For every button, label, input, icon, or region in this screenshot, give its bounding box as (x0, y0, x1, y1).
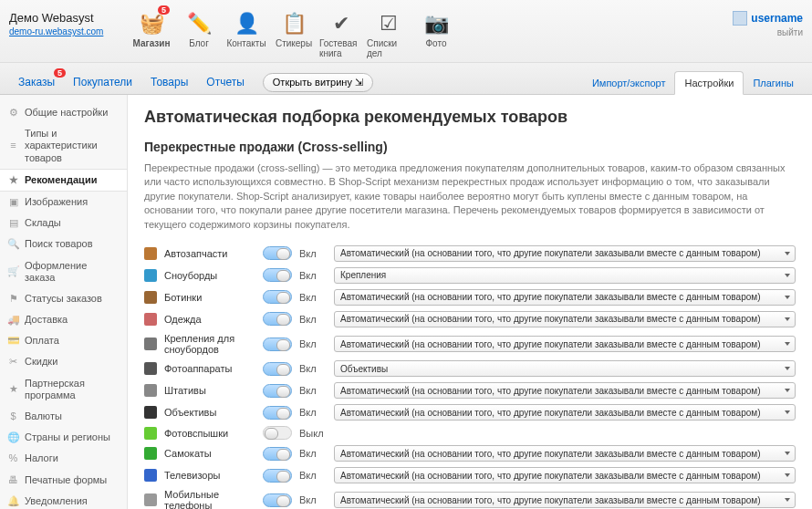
toggle-label: Вкл (299, 248, 327, 259)
rtab-2[interactable]: Плагины (744, 72, 803, 94)
sidebar-icon: 🔍 (7, 238, 19, 250)
brand-title: Демо Webasyst (9, 11, 128, 25)
app-label: Фото (426, 38, 447, 48)
category-icon (144, 247, 157, 260)
sidebar-item-10[interactable]: ✂Скидки (0, 351, 127, 372)
app-0[interactable]: 5🧺Магазин (128, 5, 175, 62)
toggle-switch[interactable] (263, 290, 292, 304)
toggle-switch[interactable] (263, 406, 292, 420)
sidebar-item-8[interactable]: 🚚Доставка (0, 309, 127, 330)
mode-select[interactable]: Автоматический (на основании того, что д… (334, 382, 796, 399)
app-label: Блог (189, 38, 209, 48)
sidebar-label: Уведомления (25, 495, 88, 507)
app-icon: 📋 (279, 9, 308, 38)
toggle-switch[interactable] (263, 384, 292, 398)
tab-0[interactable]: Заказы5 (9, 70, 64, 94)
sidebar-item-6[interactable]: 🛒Оформление заказа (0, 255, 127, 288)
category-name: Мобильные телефоны (164, 489, 255, 509)
mode-select[interactable]: Автоматический (на основании того, что д… (334, 404, 796, 421)
sidebar-item-3[interactable]: ▣Изображения (0, 192, 127, 213)
sidebar-item-9[interactable]: 💳Оплата (0, 330, 127, 351)
toggle-switch[interactable] (263, 426, 292, 440)
sidebar-icon: 🔔 (7, 495, 19, 507)
mode-select[interactable]: Объективы (334, 360, 796, 377)
category-row: ФотовспышкиВыкл (144, 423, 796, 442)
sidebar-item-15[interactable]: 🖶Печатные формы (0, 470, 127, 491)
sidebar-label: Типы и характеристики товаров (25, 128, 120, 164)
sidebar-item-0[interactable]: ⚙Общие настройки (0, 102, 127, 123)
app-label: Контакты (226, 38, 265, 48)
mode-select[interactable]: Крепления (334, 267, 796, 284)
category-icon (144, 384, 157, 397)
tab-label: Заказы (18, 76, 55, 88)
brand-link[interactable]: demo-ru.webasyst.com (9, 26, 103, 36)
tab-label: Отчеты (206, 76, 244, 88)
app-icon: ☑ (374, 9, 403, 38)
toggle-switch[interactable] (263, 362, 292, 376)
username-link[interactable]: username (751, 12, 803, 25)
sidebar-item-2[interactable]: ★Рекомендации (0, 169, 127, 192)
page-description: Перекрестные продажи (cross-selling) — э… (144, 161, 796, 232)
sidebar-item-16[interactable]: 🔔Уведомления (0, 491, 127, 509)
toggle-switch[interactable] (263, 268, 292, 282)
toggle-switch[interactable] (263, 493, 292, 507)
sidebar-item-4[interactable]: ▤Склады (0, 213, 127, 234)
app-3[interactable]: 📋Стикеры (270, 5, 318, 62)
mode-select[interactable]: Автоматический (на основании того, что д… (334, 289, 796, 306)
toggle-switch[interactable] (263, 338, 292, 351)
app-6[interactable]: 📷Фото (412, 5, 460, 62)
category-name: Сноуборды (164, 270, 255, 281)
toggle-label: Вкл (299, 470, 327, 481)
toggle-switch[interactable] (263, 246, 292, 260)
sidebar-item-1[interactable]: ≡Типы и характеристики товаров (0, 123, 127, 169)
toggle-switch[interactable] (263, 312, 292, 326)
tab-1[interactable]: Покупатели (64, 70, 141, 94)
rtab-0[interactable]: Импорт/экспорт (583, 72, 675, 94)
tab-3[interactable]: Отчеты (197, 70, 253, 94)
sidebar-icon: ★ (7, 174, 19, 186)
category-icon (144, 447, 157, 460)
mode-select[interactable]: Автоматический (на основании того, что д… (334, 492, 796, 508)
app-5[interactable]: ☑Списки дел (365, 5, 412, 62)
sidebar-icon: 🌐 (7, 431, 19, 443)
category-name: Автозапчасти (164, 248, 255, 259)
category-row: ШтативыВклАвтоматический (на основании т… (144, 379, 796, 401)
toggle-label: Вкл (299, 448, 327, 459)
mode-select[interactable]: Автоматический (на основании того, что д… (334, 245, 796, 262)
sidebar-label: Скидки (25, 356, 57, 368)
category-name: Одежда (164, 314, 255, 325)
rtab-1[interactable]: Настройки (674, 71, 744, 95)
toggle-switch[interactable] (263, 447, 292, 461)
sidebar-label: Изображения (25, 196, 88, 208)
mode-select[interactable]: Автоматический (на основании того, что д… (334, 467, 796, 483)
toggle-switch[interactable] (263, 469, 292, 483)
main-content: Автоматическая подборка рекомендуемых то… (128, 95, 812, 509)
sidebar-item-7[interactable]: ⚑Статусы заказов (0, 288, 127, 309)
sidebar-icon: 💳 (7, 335, 19, 347)
app-icon: ✏️ (184, 9, 213, 38)
category-icon (144, 406, 157, 419)
sidebar-item-12[interactable]: $Валюты (0, 406, 127, 427)
logout-link[interactable]: выйти (777, 27, 803, 37)
sidebar-item-13[interactable]: 🌐Страны и регионы (0, 427, 127, 448)
category-name: Фотовспышки (164, 428, 255, 439)
category-name: Фотоаппараты (164, 363, 255, 374)
mode-select[interactable]: Автоматический (на основании того, что д… (334, 445, 796, 462)
sidebar-label: Поиск товаров (25, 238, 93, 250)
tab-2[interactable]: Товары (141, 70, 197, 94)
sidebar-icon: ⚙ (7, 107, 19, 119)
avatar[interactable] (733, 11, 747, 26)
toggle-label: Выкл (299, 428, 327, 439)
sidebar-item-14[interactable]: %Налоги (0, 448, 127, 469)
mode-select[interactable]: Автоматический (на основании того, что д… (334, 311, 796, 327)
sidebar-icon: 🛒 (7, 265, 19, 277)
mode-select[interactable]: Автоматический (на основании того, что д… (334, 336, 796, 352)
category-row: ОдеждаВклАвтоматический (на основании то… (144, 308, 796, 330)
sidebar-item-11[interactable]: ★Партнерская программа (0, 373, 127, 406)
category-row: Крепления для сноубордовВклАвтоматически… (144, 330, 796, 358)
app-4[interactable]: ✔Гостевая книга (318, 5, 365, 62)
app-2[interactable]: 👤Контакты (223, 5, 270, 62)
app-1[interactable]: ✏️Блог (175, 5, 223, 62)
sidebar-item-5[interactable]: 🔍Поиск товаров (0, 234, 127, 254)
open-storefront-button[interactable]: Открыть витрину ⇲ (263, 73, 373, 92)
